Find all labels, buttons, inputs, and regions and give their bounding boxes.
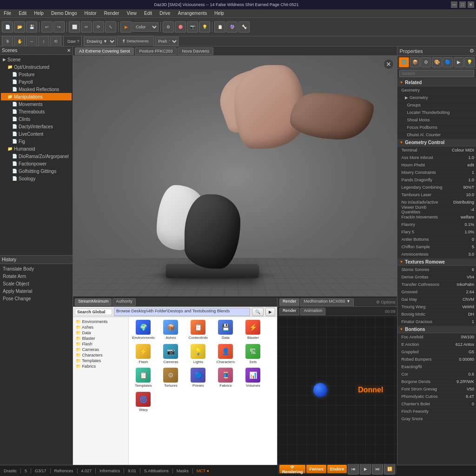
- toolbar-pose[interactable]: 🦴: [238, 21, 250, 33]
- exp-tree-item[interactable]: 📁 Flash: [75, 341, 126, 347]
- section-geometry-control[interactable]: Geometry Control: [397, 139, 476, 146]
- tree-item[interactable]: 📁 Opt/Unstructured: [1, 63, 72, 71]
- tb2-hand[interactable]: ✋: [14, 36, 25, 47]
- content-icon-sets[interactable]: 🏗 Sets: [240, 343, 266, 365]
- tb2-scale[interactable]: ↕: [38, 36, 49, 47]
- blender-prev-frame[interactable]: ⏮: [348, 463, 359, 475]
- menu-edit[interactable]: Edit: [17, 11, 28, 16]
- blender-rendering-btn[interactable]: ⟳ Rendering: [279, 465, 306, 473]
- exp-tree-item[interactable]: 📁 Environments: [75, 319, 126, 324]
- toolbar-render[interactable]: ▶: [120, 21, 132, 33]
- menu-help2[interactable]: Help: [212, 11, 226, 16]
- tree-item[interactable]: 📄 Posture: [1, 71, 72, 78]
- tb2-rotate[interactable]: ⟲: [50, 36, 61, 47]
- blender-loop-btn[interactable]: 🔁: [384, 463, 395, 475]
- tree-item[interactable]: 📄 Dactyl/interfaces: [1, 123, 72, 130]
- scene-close-btn[interactable]: ✕: [67, 48, 71, 53]
- exp-tree-item[interactable]: 📁 Templates: [75, 358, 126, 364]
- toolbar-settings[interactable]: ⚙: [163, 21, 174, 33]
- content-icon-characters[interactable]: 👤 Characters: [213, 343, 238, 365]
- toolbar-undo[interactable]: ↩: [41, 21, 53, 33]
- tree-item[interactable]: 📄 Golfsitting Gittings: [1, 167, 72, 175]
- tb2-preh-select[interactable]: Preh ▼: [155, 37, 178, 46]
- tb2-translate[interactable]: ↔: [26, 36, 37, 47]
- viewport-tab-1[interactable]: A3 Extreme Covering Serot: [75, 47, 134, 55]
- section-textures[interactable]: Textures Romowe: [397, 258, 476, 266]
- menu-histor[interactable]: Histor: [83, 11, 99, 16]
- content-icon-flash[interactable]: ⚡ Flash: [131, 343, 156, 365]
- explorer-address-bar[interactable]: Browse Desktop\4th Folder\Destops and Te…: [114, 308, 250, 316]
- exp-tree-item[interactable]: 📁 Fabrics: [75, 364, 126, 369]
- tree-item[interactable]: ▶ Scene: [1, 56, 72, 63]
- explorer-search-btn[interactable]: 🔍: [252, 308, 264, 316]
- tree-item[interactable]: 📄 Fig: [1, 138, 72, 145]
- menu-demo[interactable]: Demo Dingo: [49, 11, 79, 16]
- menu-drive[interactable]: Drive: [158, 11, 172, 16]
- prop-icon-data[interactable]: 🔵: [443, 57, 453, 67]
- prop-icon-particles[interactable]: 💡: [464, 57, 475, 67]
- exp-tree-item[interactable]: 📁 Ashes: [75, 324, 126, 330]
- menu-edit2[interactable]: Edit: [142, 11, 154, 16]
- history-item[interactable]: Pose Change: [1, 295, 72, 302]
- prop-icon-render[interactable]: ▶: [454, 57, 464, 67]
- tab-streamminimum[interactable]: StreamMinimum: [75, 298, 112, 306]
- history-item[interactable]: Rotate Arm: [1, 272, 72, 280]
- toolbar-light[interactable]: 💡: [199, 21, 210, 33]
- content-icon-warp[interactable]: 🌀 Warp: [131, 391, 156, 413]
- prop-icon-object[interactable]: 📦: [410, 57, 420, 67]
- content-icon-blaster[interactable]: ⚡ Blaster: [240, 319, 266, 341]
- menu-file[interactable]: File: [2, 11, 13, 16]
- tree-item[interactable]: 📁 Humanoid: [1, 145, 72, 152]
- content-icon-fabrics[interactable]: 🧵 Fabrics: [213, 367, 238, 389]
- content-icon-environments[interactable]: 🌍 Environments: [131, 319, 156, 341]
- toolbar-new[interactable]: 📄: [2, 21, 13, 33]
- menu-help[interactable]: Help: [32, 11, 46, 16]
- tb2-detachments[interactable]: ❡ Detachments: [117, 36, 154, 47]
- toolbar-render-select[interactable]: Color Render: [132, 22, 159, 32]
- history-item[interactable]: Scale Object: [1, 280, 72, 287]
- exp-tree-item[interactable]: 📁 Characters: [75, 352, 126, 358]
- render-panel-options[interactable]: ⚙ Options: [376, 300, 396, 304]
- menu-render[interactable]: Render: [102, 11, 121, 16]
- tree-item[interactable]: 📄 DioRama/Zo/Argorpanel: [1, 152, 72, 160]
- blender-play-btn[interactable]: ▶: [360, 463, 371, 475]
- explorer-go-btn[interactable]: ▶: [265, 308, 275, 316]
- toolbar-save[interactable]: 💾: [26, 21, 37, 33]
- prop-icon-scene[interactable]: 🌐: [399, 57, 409, 67]
- toolbar-props[interactable]: 📋: [214, 21, 225, 33]
- toolbar-target[interactable]: 🎯: [175, 21, 186, 33]
- tree-item[interactable]: 📄 Payroll: [1, 78, 72, 86]
- prop-icon-modifiers[interactable]: ⚙: [421, 57, 431, 67]
- tree-item[interactable]: 📄 LiveContent: [1, 130, 72, 138]
- tree-item[interactable]: 📄 Movements: [1, 100, 72, 108]
- 3d-viewport-canvas[interactable]: ✕: [73, 56, 397, 297]
- content-icon-cameras[interactable]: 📷 Cameras: [158, 343, 184, 365]
- content-icon-contentinfo[interactable]: 📋 ContentInfo: [185, 319, 211, 341]
- tab-animation[interactable]: Medhimation MCX050 ▼: [300, 298, 353, 306]
- blender-tab-render[interactable]: Render: [279, 308, 300, 315]
- toolbar-scale[interactable]: ⤡: [105, 21, 116, 33]
- history-item[interactable]: Apply Material: [1, 287, 72, 295]
- maximize-button[interactable]: □: [459, 1, 466, 8]
- toolbar-open[interactable]: 📂: [14, 21, 25, 33]
- toolbar-move[interactable]: ✂: [81, 21, 92, 33]
- tb2-drawing-select[interactable]: Drawing ▼: [84, 37, 116, 46]
- menu-arrangements[interactable]: Arrangements: [176, 11, 209, 16]
- tree-item[interactable]: 📄 Thereabouts: [1, 108, 72, 115]
- exp-tree-item[interactable]: 📁 Cameras: [75, 347, 126, 352]
- properties-options-btn[interactable]: ⚙: [469, 48, 474, 54]
- content-icon-tortures[interactable]: ⚙ Tortures: [158, 367, 184, 389]
- tab-render[interactable]: Render: [279, 298, 300, 306]
- content-icon-volumes[interactable]: 📊 Volumes: [240, 367, 266, 389]
- minimize-button[interactable]: —: [451, 1, 457, 8]
- tb2-pointer[interactable]: 🖱: [2, 36, 13, 47]
- content-icon-primes[interactable]: 🔵 Primes: [185, 367, 211, 389]
- toolbar-rotate[interactable]: ⟳: [93, 21, 104, 33]
- content-icon-ashes[interactable]: 📦 Ashes: [158, 319, 184, 341]
- exp-tree-item[interactable]: 📁 Blaster: [75, 336, 126, 341]
- menu-view[interactable]: View: [125, 11, 139, 16]
- close-button[interactable]: ✕: [468, 1, 474, 8]
- history-item[interactable]: Translate Body: [1, 265, 72, 272]
- tab-authority[interactable]: Authority: [112, 298, 136, 306]
- blender-fwines-btn[interactable]: Fwines: [306, 465, 326, 473]
